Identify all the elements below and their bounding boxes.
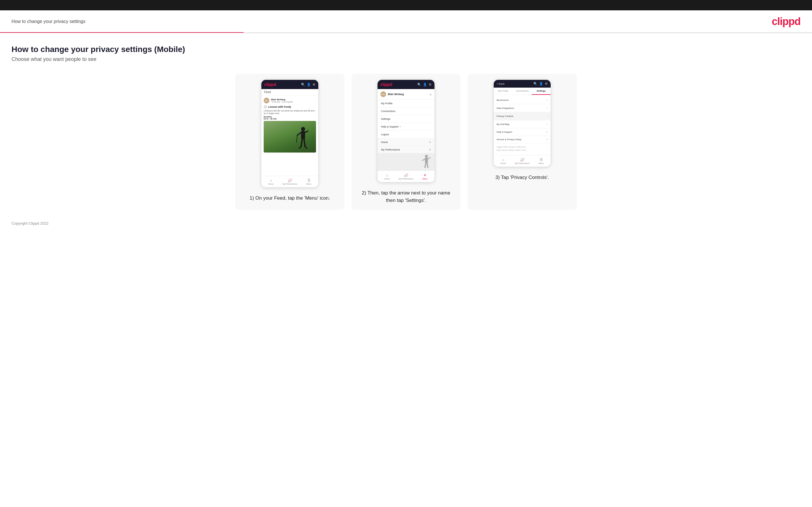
performance-icon-2: 📈 [404, 173, 408, 177]
step-1-phone: clippd 🔍 👤 ⚙ Feed BM Blair [261, 79, 318, 187]
avatar-2: BM [380, 91, 386, 97]
nav-menu-2: ✕ Menu [415, 172, 435, 181]
feed-tab-label: Feed [264, 91, 271, 94]
settings-item-privacy-policy: Service & Privacy Policy ↗ [494, 136, 551, 143]
copyright-text: Copyright Clippd 2022 [11, 221, 49, 225]
external-link-icon-settings-help: ↗ [546, 131, 548, 133]
svg-line-12 [428, 158, 430, 159]
step-2-card: clippd 🔍 👤 ⚙ BM Blair McHarg [351, 74, 461, 210]
post-duration: Duration 01 hr : 30 min [264, 116, 316, 120]
chevron-right-golfbag: › [547, 123, 548, 126]
settings-help-label: Help & Support [497, 131, 512, 133]
svg-line-5 [301, 139, 302, 147]
post-image [264, 121, 316, 153]
post-text: Looking to feel like my hands are exitin… [264, 109, 316, 115]
search-icon-3: 🔍 [534, 82, 538, 86]
steps-container: clippd 🔍 👤 ⚙ Feed BM Blair [11, 74, 801, 210]
header-title: How to change your privacy settings [11, 19, 86, 24]
svg-rect-10 [425, 158, 428, 163]
nav-performance-label-2: My Performance [399, 178, 413, 180]
nav-performance-label-3: My Performance [515, 162, 529, 164]
app-logo-2: clippd [380, 82, 392, 87]
settings-icon-1: ⚙ [312, 83, 315, 87]
feed-content: BM Blair McHarg Yesterday · Sunningdale … [261, 95, 318, 176]
settings-privacy-label: Privacy Controls [497, 115, 513, 117]
svg-line-13 [425, 163, 426, 167]
home-icon-2: ⌂ [386, 173, 388, 177]
app-bar-1: clippd 🔍 👤 ⚙ [261, 80, 318, 89]
performance-icon-1: 📈 [288, 178, 292, 182]
post-user-name: Blair McHarg [271, 98, 293, 101]
tab-settings-label: Settings [537, 90, 546, 92]
menu-section-performance-label: My Performance [381, 148, 400, 151]
top-bar [0, 0, 812, 10]
header: How to change your privacy settings clip… [0, 10, 812, 33]
tab-my-profile-label: My Profile [498, 90, 508, 92]
nav-home-3: ⌂ Home [494, 157, 513, 165]
chevron-right-integrations: › [547, 107, 548, 110]
svg-rect-1 [301, 131, 305, 139]
header-divider [0, 32, 812, 33]
svg-line-14 [427, 163, 428, 167]
settings-account-label: My Account [497, 99, 508, 101]
menu-profile-label: My Profile [381, 102, 393, 105]
tab-connections: Connections [513, 88, 531, 95]
page-heading: How to change your privacy settings (Mob… [11, 45, 801, 54]
settings-list: My Account › Data Integrations › Privacy… [494, 95, 551, 155]
menu-settings-label: Settings [381, 117, 391, 120]
home-icon-1: ⌂ [270, 178, 272, 182]
bottom-nav-2: ⌂ Home 📈 My Performance ✕ Menu [377, 171, 435, 182]
menu-section-performance: My Performance ∨ [377, 146, 435, 153]
menu-item-logout: Logout [377, 131, 435, 138]
chevron-up-icon: ∧ [429, 93, 432, 96]
settings-icon-2: ⚙ [429, 83, 432, 87]
nav-performance-1: 📈 My Performance [281, 177, 299, 186]
settings-tabs: My Profile Connections Settings [494, 88, 551, 95]
menu-icon-3: ☰ [540, 158, 543, 162]
nav-performance-label-1: My Performance [283, 183, 297, 185]
main-content: How to change your privacy settings (Mob… [0, 33, 812, 215]
settings-item-golfbag: My Golf Bag › [494, 120, 551, 128]
menu-icon-1: ☰ [307, 178, 310, 182]
step-2-phone: clippd 🔍 👤 ⚙ BM Blair McHarg [377, 79, 435, 182]
svg-line-4 [297, 135, 297, 143]
external-link-icon-privacy-policy: ↗ [546, 138, 548, 141]
golfer-silhouette-1 [296, 127, 310, 153]
performance-icon-3: 📈 [520, 158, 524, 162]
version-line-1: Clippd Client Version: 2022.8.3-3 [497, 146, 526, 148]
post-user-info: Blair McHarg Yesterday · Sunningdale [271, 98, 293, 103]
step-3-phone: < Back 🔍 👤 ⚙ My Profile Connections [494, 79, 551, 167]
app-bar-icons-1: 🔍 👤 ⚙ [301, 83, 315, 87]
nav-home-label-1: Home [268, 183, 274, 185]
step-3-card: < Back 🔍 👤 ⚙ My Profile Connections [467, 74, 577, 210]
menu-section-home: Home ∨ [377, 138, 435, 146]
menu-header-row: BM Blair McHarg ∧ [377, 89, 435, 100]
menu-connections-label: Connections [381, 110, 395, 113]
bottom-nav-1: ⌂ Home 📈 My Performance ☰ Menu [261, 176, 318, 187]
svg-line-11 [422, 159, 425, 161]
settings-integrations-label: Data Integrations [497, 107, 514, 109]
nav-menu-label-3: Menu [539, 162, 544, 164]
post-user-sub: Yesterday · Sunningdale [271, 101, 293, 103]
avatar-1: BM [264, 98, 269, 103]
bottom-nav-3: ⌂ Home 📈 My Performance ☰ Menu [494, 155, 551, 167]
tab-settings: Settings [531, 88, 551, 95]
step-2-caption: 2) Then, tap the arrow next to your name… [357, 189, 455, 204]
svg-point-9 [425, 155, 428, 158]
settings-back-bar: < Back 🔍 👤 ⚙ [494, 80, 551, 88]
menu-help-label: Help & Support [381, 125, 399, 128]
golfer-silhouette-2 [421, 155, 432, 171]
menu-item-connections: Connections [377, 107, 435, 115]
post-title-icon [264, 105, 267, 109]
menu-user-info: BM Blair McHarg [380, 91, 404, 97]
version-line-2: GQL Server Version: 2022.7.30-1 [497, 149, 526, 151]
svg-line-3 [305, 131, 308, 132]
chevron-down-home: ∨ [429, 140, 431, 144]
settings-item-integrations: Data Integrations › [494, 104, 551, 112]
svg-line-7 [299, 147, 301, 148]
nav-menu-3: ☰ Menu [531, 157, 551, 165]
duration-value: 01 hr : 30 min [264, 118, 276, 120]
settings-icon-3: ⚙ [545, 82, 548, 86]
step-1-caption: 1) On your Feed, tap the 'Menu' icon. [250, 194, 330, 202]
menu-section-home-label: Home [381, 141, 388, 144]
